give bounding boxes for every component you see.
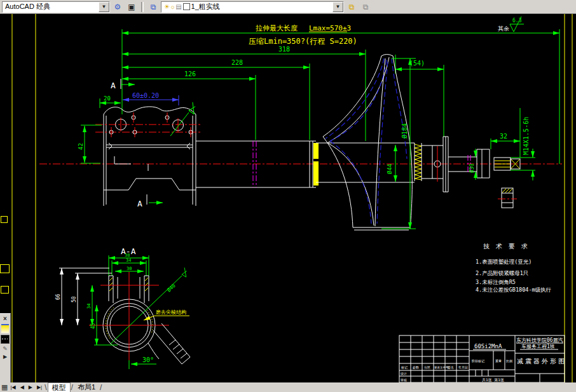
palette-icon: ▣ [128, 3, 135, 11]
cad-drawing: 拉伸最大长度 Lmax=570±3 压缩Lmin=350?(行程 S=220) … [0, 14, 576, 382]
layout-tab-bar: ▦ |◀ ◀ ▶ ▶| \ 模型 / 布局1 / [0, 382, 576, 392]
material-value: 60Si2MnA [474, 343, 502, 349]
others-label: 其余 [498, 25, 509, 32]
drawing-canvas[interactable]: 拉伸最大长度 Lmax=570±3 压缩Lmin=350?(行程 S=220) … [0, 14, 576, 382]
lmin-value: 压缩Lmin=350?(行程 S=220) [249, 37, 357, 46]
dim-126: 126 [184, 71, 196, 78]
tech-item-1: 1.表面喷塑处理(亚光) [476, 259, 531, 265]
layer-freeze-icon[interactable]: ☼ [170, 3, 175, 10]
clipped-fragment [1, 286, 9, 294]
layer-on-icon[interactable]: ☀ [164, 3, 170, 10]
chevron-down-icon[interactable]: ▼ [333, 2, 343, 12]
stretch-label: 拉伸最大长度 [256, 24, 298, 32]
tab-layout1[interactable]: 布局1 [74, 382, 99, 392]
tb-header-3: 分区 [424, 365, 430, 369]
seal-band-upper [313, 143, 319, 159]
grid-icon[interactable]: ▦ [1, 383, 8, 391]
tb-side-2: 审核 [401, 378, 407, 382]
seal-band-lower [313, 161, 319, 186]
play-icon[interactable]: ▶ [3, 354, 7, 360]
tb-mid-3: 比例 [506, 359, 512, 363]
workspace-combo[interactable]: AutoCAD 经典 ▼ [2, 1, 110, 13]
tech-item-4: 4.未注公差按GB1804-m级执行 [476, 287, 551, 293]
layer-previous-button[interactable]: ⧉ [359, 1, 372, 13]
tb-header-6: 年月日 [458, 365, 468, 370]
dim-dia184: Ø184 [401, 123, 408, 139]
dim-dia30: Ø30 [469, 163, 475, 173]
org-line1: 东方科技学院06届汽 [516, 337, 563, 343]
clipped-fragment [1, 216, 8, 223]
tool-palettes-button[interactable]: ▣ [125, 1, 138, 13]
tech-requirements: 技 术 要 求 1.表面喷塑处理(亚光) 2.产品附锁紧螺母1只 3.未标注倒角… [476, 243, 551, 293]
lock-nut [498, 188, 517, 208]
tb-header-1: 标记 [401, 365, 408, 370]
layer-previous-icon: ⧉ [363, 3, 369, 11]
tech-title: 技 术 要 求 [483, 243, 529, 250]
dim-42: 42 [78, 143, 84, 150]
autocad-window: AutoCAD 经典 ▼ ⚙ ▣ ⧉ ☀ ☼ ▤ 1_粗实线 ▼ ⧉ ⧉ [0, 0, 576, 392]
dim-aa-45: 45 [90, 323, 96, 329]
first-tab-button[interactable]: |◀ [8, 384, 17, 390]
tb-side-1: 设计 [400, 372, 407, 375]
dim-aa-50: 50 [71, 296, 77, 302]
last-tab-button[interactable]: ▶| [35, 384, 44, 390]
clipped-fragment [0, 264, 10, 273]
layer-lock-icon[interactable]: ▤ [175, 3, 181, 10]
chevron-down-icon[interactable]: ▼ [99, 2, 109, 12]
dim-aa-30deg: 30° [142, 356, 154, 363]
dim-60: 60±0.20 [132, 92, 159, 99]
section-label-a-top: A [111, 81, 116, 90]
org-line2: 车服务工程1班 [521, 344, 555, 349]
tab-model[interactable]: 模型 [48, 382, 71, 392]
dim-228: 228 [231, 59, 243, 66]
workspace-settings-button[interactable]: ⚙ [111, 1, 124, 13]
docked-palette: × ✎ ▶ [0, 313, 11, 382]
tech-item-3: 3.未标注倒角R5 [476, 279, 516, 285]
dim-32: 32 [500, 133, 507, 140]
layer-combo[interactable]: ☀ ☼ ▤ 1_粗实线 ▼ [161, 1, 344, 13]
piston-rod [415, 137, 490, 192]
dim-thread: M14X1.5-6h [523, 117, 530, 155]
rod-dimensions: Ø30 32 M14X1.5-6h [469, 108, 535, 180]
dim-aa-34b: 34 [86, 304, 92, 309]
section-view-aa: A-A 38 34 30 [55, 247, 190, 369]
dim-54: (54) [409, 60, 425, 67]
gear-icon: ⚙ [114, 3, 121, 11]
layer-color-swatch[interactable] [183, 3, 190, 10]
diameter-dimensions: Ø184 Ø44 [381, 58, 416, 229]
top-toolbar: AutoCAD 经典 ▼ ⚙ ▣ ⧉ ☀ ☼ ▤ 1_粗实线 ▼ ⧉ ⧉ [0, 0, 576, 14]
tb-sheet-info: 共1张 第1张 [482, 377, 504, 382]
tab-divider: / [71, 383, 73, 392]
make-object-layer-current-button[interactable]: ⧉ [345, 1, 358, 13]
tb-header-5: 签名 [448, 365, 454, 370]
pencil-icon[interactable]: ✎ [3, 346, 8, 352]
next-tab-button[interactable]: ▶ [27, 384, 34, 390]
layer-arrow-icon: ⧉ [349, 3, 355, 11]
linetype-swatch[interactable] [1, 335, 10, 344]
title-block: 60Si2MnA 东方科技学院06届汽 车服务工程1班 减震器外形图 标记 处数… [399, 335, 566, 382]
thread-end [494, 158, 520, 170]
boot-coil [415, 144, 422, 180]
layer-name: 1_粗实线 [191, 2, 220, 11]
tab-divider: \ [45, 383, 46, 392]
dim-dia44: Ø44 [387, 164, 393, 174]
bracket-dimensions: 20 60±0.20 42 A A [78, 79, 179, 208]
spring-seat [323, 55, 412, 231]
layer-properties-button[interactable]: ⧉ [147, 1, 160, 13]
bracket-view [95, 102, 201, 206]
tab-divider: / [100, 383, 102, 392]
prev-tab-button[interactable]: ◀ [18, 384, 26, 390]
layers-icon: ⧉ [151, 3, 156, 11]
tb-header-4: 更改文件号 [434, 365, 449, 369]
lmax-value: Lmax=570±3 [309, 24, 351, 32]
leader-note: 磨去尖棱结构 [156, 309, 186, 315]
tech-item-2: 2.产品附锁紧螺母1只 [476, 270, 528, 276]
drawing-title: 减震器外形图 [517, 358, 566, 365]
gradient-swatch[interactable] [1, 324, 9, 333]
dim-318: 318 [278, 46, 290, 53]
close-icon[interactable]: × [3, 315, 7, 322]
dim-aa-34: 34 [126, 258, 131, 263]
seat-inner-edge [326, 58, 384, 139]
workspace-label: AutoCAD 经典 [5, 2, 50, 11]
toolbar-separator [141, 2, 144, 12]
